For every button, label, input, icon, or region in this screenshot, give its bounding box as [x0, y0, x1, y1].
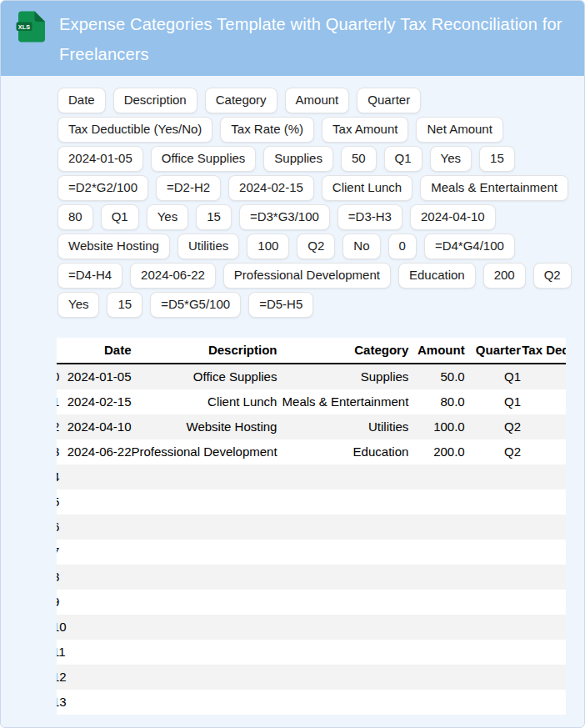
column-header: Category: [277, 338, 408, 364]
keyword-chip[interactable]: Quarter: [357, 88, 421, 113]
keyword-chip[interactable]: 15: [196, 204, 232, 230]
template-preview-page: XLS Expense Categories Template with Qua…: [0, 0, 585, 728]
keyword-chip[interactable]: 80: [58, 204, 93, 230]
keyword-chip[interactable]: =D5*G5/100: [150, 292, 241, 318]
row-index-cell: 7: [57, 540, 59, 565]
keyword-chip[interactable]: 0: [388, 233, 417, 259]
keyword-chip[interactable]: =D4-H4: [58, 263, 122, 289]
keyword-chip[interactable]: Net Amount: [416, 117, 502, 143]
keyword-chip[interactable]: Yes: [58, 292, 99, 318]
keyword-chip[interactable]: Education: [398, 263, 476, 289]
keyword-chip[interactable]: Q1: [101, 204, 139, 230]
table-cell: [521, 515, 566, 540]
row-index-cell: 13: [57, 690, 59, 715]
table-cell: [277, 464, 408, 490]
row-index-cell: 10: [57, 615, 59, 640]
expense-table: DateDescriptionCategoryAmountQuarterTax …: [57, 338, 566, 715]
keyword-chip[interactable]: Tax Rate (%): [220, 117, 314, 143]
table-cell: [277, 515, 408, 540]
keyword-chip[interactable]: =D4*G4/100: [424, 233, 515, 259]
table-cell: [521, 615, 566, 640]
page-header: XLS Expense Categories Template with Qua…: [1, 1, 584, 76]
expense-table-body: 02024-01-05Office SuppliesSupplies50.0Q1…: [57, 364, 566, 715]
table-cell: Office Supplies: [132, 364, 278, 389]
keyword-chip[interactable]: Office Supplies: [151, 146, 257, 172]
table-cell: Education: [277, 439, 408, 464]
keyword-chip[interactable]: =D5-H5: [248, 292, 313, 318]
table-cell: [408, 565, 464, 590]
keyword-chip[interactable]: Date: [58, 88, 106, 113]
table-cell: 80.0: [408, 389, 464, 414]
keyword-chip[interactable]: Meals & Entertainment: [420, 175, 568, 201]
keyword-chip[interactable]: Supplies: [263, 146, 333, 172]
table-cell: [521, 414, 566, 439]
table-cell: [408, 690, 464, 715]
keyword-chip[interactable]: Q1: [384, 146, 422, 172]
table-cell: [132, 464, 278, 490]
keyword-chip[interactable]: Category: [205, 88, 278, 113]
keyword-chip[interactable]: Website Hosting: [58, 233, 170, 259]
xls-file-icon: XLS: [16, 11, 46, 43]
table-cell: [521, 640, 566, 665]
table-cell: Q2: [465, 414, 521, 439]
keyword-chip[interactable]: Description: [113, 88, 198, 113]
keyword-chip[interactable]: 2024-02-15: [228, 175, 314, 201]
row-index-cell: 1: [57, 389, 59, 414]
keyword-chip[interactable]: =D3-H3: [338, 204, 402, 230]
keyword-chip[interactable]: =D3*G3/100: [239, 204, 330, 230]
table-cell: 2024-04-10: [59, 414, 131, 439]
table-cell: [465, 565, 521, 590]
keyword-chip[interactable]: Professional Development: [223, 263, 391, 289]
table-cell: Professional Development: [132, 439, 278, 464]
column-header: Amount: [408, 338, 464, 364]
table-cell: [521, 665, 566, 690]
row-index-cell: 12: [57, 665, 59, 690]
page-title: XLS Expense Categories Template with Qua…: [11, 9, 571, 69]
table-cell: [132, 665, 278, 690]
keyword-chip[interactable]: 100: [247, 233, 289, 259]
table-cell: Q1: [465, 389, 521, 414]
table-cell: Website Hosting: [132, 414, 278, 439]
keyword-chip[interactable]: Yes: [147, 204, 188, 230]
keyword-chip[interactable]: 2024-01-05: [58, 146, 143, 172]
keyword-chip[interactable]: Client Lunch: [322, 175, 412, 201]
row-index-cell: 4: [57, 464, 59, 490]
table-cell: [408, 665, 464, 690]
keyword-chip[interactable]: Tax Amount: [322, 117, 408, 143]
table-cell: [132, 490, 278, 515]
keyword-chip[interactable]: 15: [107, 292, 142, 318]
column-header: Description: [132, 338, 278, 364]
table-cell: [132, 690, 278, 715]
table-cell: 50.0: [408, 364, 464, 389]
keyword-chip[interactable]: 2024-04-10: [410, 204, 496, 230]
table-cell: [465, 490, 521, 515]
keyword-chip[interactable]: 200: [483, 263, 526, 289]
column-header: Tax Deductible (Yes/No): [521, 338, 566, 364]
row-index-cell: 11: [57, 640, 59, 665]
keyword-chip[interactable]: Amount: [285, 88, 350, 113]
keyword-chip[interactable]: Q2: [533, 263, 572, 289]
keyword-chip[interactable]: Yes: [430, 146, 472, 172]
keyword-chip[interactable]: =D2*G2/100: [58, 175, 148, 201]
table-cell: 2024-01-05: [59, 364, 131, 389]
keyword-chip[interactable]: =D2-H2: [156, 175, 221, 201]
keyword-chip[interactable]: Q2: [297, 233, 335, 259]
table-row: 7: [57, 540, 566, 565]
table-cell: [277, 690, 408, 715]
keyword-chip[interactable]: 2024-06-22: [130, 263, 216, 289]
keyword-chip[interactable]: 15: [479, 146, 515, 172]
table-cell: [59, 464, 131, 490]
table-cell: 100.0: [408, 414, 464, 439]
keyword-chip[interactable]: Tax Deductible (Yes/No): [58, 117, 212, 143]
table-row: 4: [57, 464, 566, 490]
keyword-chip[interactable]: 50: [341, 146, 377, 172]
header-row: DateDescriptionCategoryAmountQuarterTax …: [57, 338, 566, 364]
keyword-chip[interactable]: Utilities: [178, 233, 239, 259]
table-cell: [132, 565, 278, 590]
row-index-cell: 5: [57, 490, 59, 515]
table-cell: 2024-06-22: [59, 439, 131, 464]
table-cell: [521, 590, 566, 615]
keyword-chip[interactable]: No: [342, 233, 380, 259]
table-cell: [59, 565, 131, 590]
table-cell: [465, 540, 521, 565]
